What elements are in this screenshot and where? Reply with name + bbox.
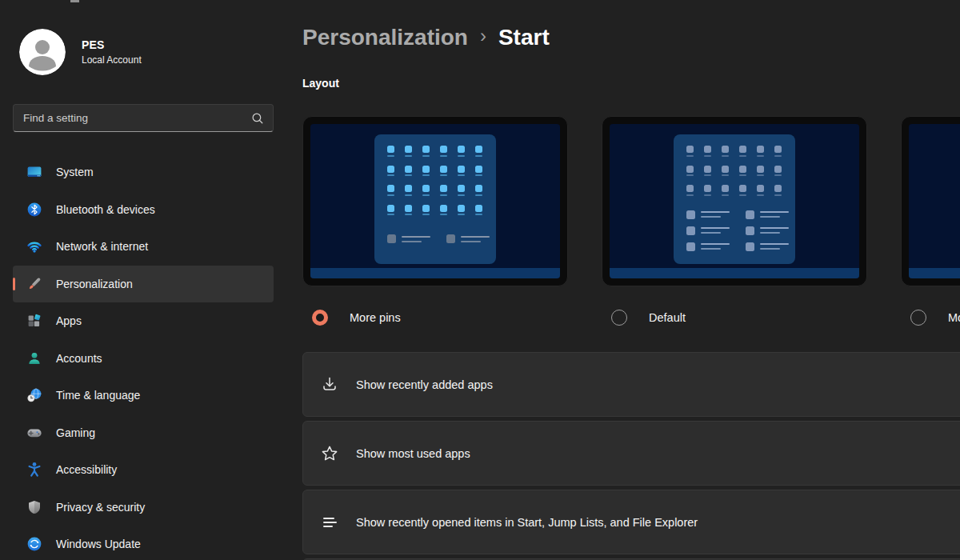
radio-label: Default <box>649 311 686 324</box>
setting-row-label: Show recently opened items in Start, Jum… <box>356 516 698 529</box>
pinned-app <box>422 205 430 216</box>
sidebar-item-gaming[interactable]: Gaming <box>13 414 274 452</box>
system-icon <box>26 164 42 180</box>
section-label-layout: Layout <box>302 77 339 90</box>
sidebar-item-label: Apps <box>56 314 82 327</box>
sidebar-item-bluetooth-devices[interactable]: Bluetooth & devices <box>13 191 274 229</box>
profile-account-type: Local Account <box>82 54 142 66</box>
breadcrumb-parent[interactable]: Personalization <box>302 25 468 50</box>
pinned-app <box>686 185 694 196</box>
pinned-app <box>475 205 482 216</box>
preview-screen <box>310 124 560 278</box>
recommended-item <box>746 210 789 219</box>
recommended-item <box>387 234 430 243</box>
sidebar-item-label: Windows Update <box>56 538 141 550</box>
personalization-icon <box>26 276 42 292</box>
time-language-icon <box>26 387 42 403</box>
setting-row-show-recently-opened-items-in-start-jump[interactable]: Show recently opened items in Start, Jum… <box>302 490 960 554</box>
radio-row-more-pins: More pins <box>302 310 568 326</box>
sidebar-item-personalization[interactable]: Personalization <box>13 266 274 303</box>
recommended-item <box>686 210 730 219</box>
sidebar-item-accessibility[interactable]: Accessibility <box>13 451 274 489</box>
preview-taskbar <box>310 268 560 278</box>
pinned-app <box>722 146 729 157</box>
windows-update-icon <box>26 536 42 552</box>
radio-default[interactable] <box>611 310 627 326</box>
layout-preview-default[interactable] <box>602 116 867 286</box>
pinned-app <box>422 166 430 177</box>
pinned-app <box>475 146 482 157</box>
pinned-app <box>704 166 711 177</box>
account-profile[interactable]: PES Local Account <box>19 29 142 75</box>
sidebar-item-label: Bluetooth & devices <box>56 203 155 216</box>
sidebar-item-label: Network & internet <box>56 240 148 253</box>
preview-pinned-apps <box>686 146 782 196</box>
pinned-app <box>739 146 746 157</box>
pinned-app <box>422 146 430 157</box>
radio-label: More pins <box>350 311 401 324</box>
sidebar-item-privacy-security[interactable]: Privacy & security <box>13 489 274 526</box>
sidebar-item-label: Personalization <box>56 278 133 290</box>
avatar <box>19 29 66 75</box>
recommended-item <box>686 226 730 235</box>
search-input[interactable] <box>23 112 250 124</box>
pinned-app <box>405 205 412 216</box>
settings-window: { "profile": { "name": "PES", "account_t… <box>0 0 960 560</box>
bluetooth-icon <box>26 202 42 218</box>
layout-preview-more-recommendations[interactable] <box>901 116 960 286</box>
radio-label: More recommendations <box>948 311 960 324</box>
list-icon <box>320 513 339 532</box>
pinned-app <box>440 166 447 177</box>
pinned-app <box>422 185 430 196</box>
pinned-app <box>757 166 764 177</box>
accounts-icon <box>26 350 42 366</box>
setting-row-show-most-used-apps[interactable]: Show most used apps <box>302 421 960 486</box>
pinned-app <box>387 205 394 216</box>
sidebar-item-accounts[interactable]: Accounts <box>13 340 274 378</box>
accessibility-icon <box>26 462 42 478</box>
profile-name: PES <box>82 38 142 51</box>
pinned-app <box>440 205 447 216</box>
breadcrumb: Personalization › Start <box>302 25 550 50</box>
sidebar-item-apps[interactable]: Apps <box>13 302 274 340</box>
recommended-item <box>686 242 730 251</box>
sidebar-item-label: Gaming <box>56 426 95 439</box>
sidebar-item-time-language[interactable]: Time & language <box>13 377 274 414</box>
sidebar-item-network-internet[interactable]: Network & internet <box>13 228 274 266</box>
pinned-app <box>722 185 729 196</box>
sidebar-item-label: System <box>56 166 94 178</box>
pinned-app <box>440 185 447 196</box>
pinned-app <box>475 166 482 177</box>
radio-row-default: Default <box>602 310 867 326</box>
pinned-app <box>405 166 412 177</box>
preview-screen <box>610 124 859 278</box>
pinned-app <box>458 205 465 216</box>
radio-more-pins[interactable] <box>312 310 328 326</box>
pinned-app <box>704 146 711 157</box>
layout-option-more-recommendations: More recommendations <box>901 116 960 326</box>
layout-preview-more-pins[interactable] <box>302 116 568 286</box>
pinned-app <box>686 146 694 157</box>
search-box[interactable] <box>13 104 274 132</box>
preview-recommended <box>686 210 782 251</box>
pinned-app <box>704 185 711 196</box>
search-icon[interactable] <box>250 111 265 126</box>
layout-option-more-pins: More pins <box>302 116 568 326</box>
pinned-app <box>475 185 482 196</box>
setting-row-show-recently-added-apps[interactable]: Show recently added apps <box>302 352 960 417</box>
pinned-app <box>405 146 412 157</box>
sidebar-item-windows-update[interactable]: Windows Update <box>13 526 274 560</box>
pinned-app <box>774 166 782 177</box>
radio-more-recommendations[interactable] <box>910 310 926 326</box>
pinned-app <box>757 185 764 196</box>
window-title-fragment <box>70 0 79 2</box>
recommended-item <box>746 226 789 235</box>
sidebar-item-system[interactable]: System <box>13 154 274 191</box>
preview-recommended <box>387 234 483 243</box>
settings-rows: Show recently added appsShow most used a… <box>302 352 960 560</box>
sidebar-item-label: Accessibility <box>56 463 117 476</box>
apps-icon <box>26 313 42 329</box>
pinned-app <box>387 146 394 157</box>
pinned-app <box>440 146 447 157</box>
preview-pinned-apps <box>387 146 483 215</box>
